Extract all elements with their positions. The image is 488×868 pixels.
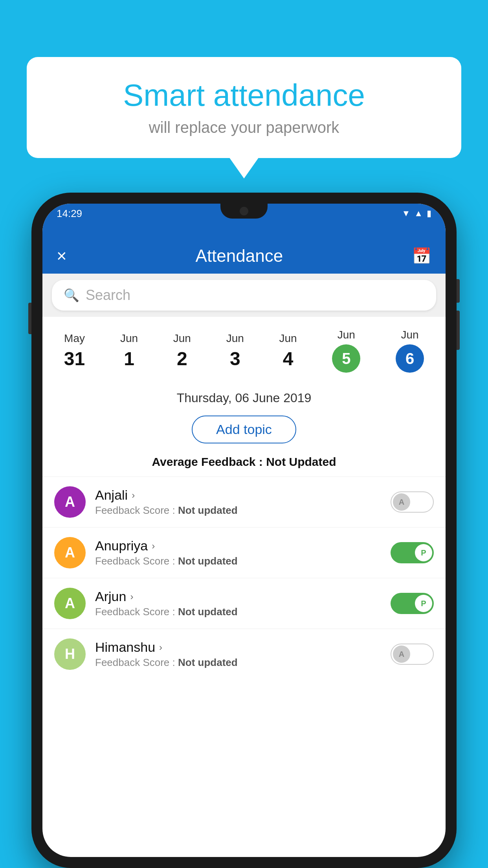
avatar: A — [54, 486, 86, 518]
avg-feedback: Average Feedback : Not Updated — [42, 451, 446, 476]
calendar-icon[interactable]: 📅 — [412, 247, 431, 265]
volume-button — [28, 303, 31, 334]
search-container: 🔍 Search — [42, 274, 446, 317]
speech-bubble: Smart attendance will replace your paper… — [27, 57, 461, 158]
status-icons: ▼ ▲ ▮ — [402, 208, 431, 219]
calendar-day[interactable]: Jun4 — [273, 328, 303, 373]
search-icon: 🔍 — [64, 288, 79, 303]
status-time: 14:29 — [57, 208, 82, 220]
student-info: Arjun ›Feedback Score : Not updated — [95, 589, 381, 618]
toggle-knob: A — [393, 645, 410, 663]
signal-icon: ▲ — [414, 208, 423, 219]
cal-date-label: 5 — [332, 344, 360, 373]
cal-month-label: Jun — [338, 329, 355, 341]
student-info: Anjali ›Feedback Score : Not updated — [95, 487, 381, 517]
calendar-strip: May31Jun1Jun2Jun3Jun4Jun5Jun6 — [42, 317, 446, 384]
calendar-day[interactable]: Jun6 — [389, 325, 430, 377]
attendance-toggle[interactable]: A — [391, 644, 434, 665]
chevron-right-icon: › — [159, 642, 162, 653]
student-name: Himanshu › — [95, 640, 381, 655]
toggle-knob: P — [415, 595, 432, 612]
cal-month-label: Jun — [401, 329, 419, 341]
avatar: A — [54, 588, 86, 619]
student-info: Anupriya ›Feedback Score : Not updated — [95, 538, 381, 567]
avg-feedback-value: Not Updated — [266, 455, 336, 468]
student-feedback: Feedback Score : Not updated — [95, 657, 381, 669]
student-list: AAnjali ›Feedback Score : Not updatedAAA… — [42, 476, 446, 679]
cal-date-label: 31 — [64, 348, 85, 370]
battery-icon: ▮ — [427, 208, 431, 219]
student-feedback: Feedback Score : Not updated — [95, 504, 381, 517]
cal-date-label: 2 — [177, 348, 187, 370]
student-name: Anupriya › — [95, 538, 381, 554]
attendance-toggle[interactable]: A — [391, 491, 434, 513]
phone-notch — [220, 204, 268, 219]
avatar: A — [54, 537, 86, 568]
phone-screen: 14:29 ▼ ▲ ▮ × Attendance 📅 — [42, 204, 446, 857]
chevron-right-icon: › — [130, 591, 133, 602]
app-bar: × Attendance 📅 — [42, 223, 446, 274]
student-name: Anjali › — [95, 487, 381, 503]
student-item[interactable]: HHimanshu ›Feedback Score : Not updatedA — [42, 629, 446, 679]
avg-feedback-label: Average Feedback : — [152, 455, 266, 468]
student-item[interactable]: AAnjali ›Feedback Score : Not updatedA — [42, 476, 446, 527]
student-name: Arjun › — [95, 589, 381, 604]
volume-down-button — [457, 311, 460, 350]
student-item[interactable]: AArjun ›Feedback Score : Not updatedP — [42, 578, 446, 629]
cal-month-label: Jun — [173, 332, 191, 345]
chevron-right-icon: › — [132, 490, 135, 501]
cal-date-label: 3 — [230, 348, 240, 370]
student-feedback: Feedback Score : Not updated — [95, 555, 381, 567]
calendar-day[interactable]: Jun5 — [326, 325, 367, 377]
calendar-day[interactable]: Jun2 — [167, 328, 197, 373]
cal-date-label: 1 — [124, 348, 134, 370]
cal-date-label: 4 — [283, 348, 294, 370]
avatar: H — [54, 638, 86, 670]
toggle-knob: P — [415, 544, 432, 561]
cal-month-label: Jun — [120, 332, 138, 345]
phone-frame: 14:29 ▼ ▲ ▮ × Attendance 📅 — [31, 193, 457, 868]
wifi-icon: ▼ — [402, 208, 410, 219]
app-title: Attendance — [196, 246, 283, 266]
cal-month-label: Jun — [226, 332, 244, 345]
chevron-right-icon: › — [152, 541, 155, 552]
camera — [240, 207, 248, 215]
add-topic-container: Add topic — [42, 412, 446, 451]
bubble-subtitle: will replace your paperwork — [50, 119, 438, 136]
student-feedback: Feedback Score : Not updated — [95, 606, 381, 618]
student-item[interactable]: AAnupriya ›Feedback Score : Not updatedP — [42, 527, 446, 578]
toggle-knob: A — [393, 493, 410, 511]
close-button[interactable]: × — [57, 246, 67, 266]
attendance-toggle[interactable]: P — [391, 542, 434, 563]
cal-month-label: Jun — [279, 332, 297, 345]
attendance-toggle[interactable]: P — [391, 593, 434, 614]
search-bar[interactable]: 🔍 Search — [52, 280, 436, 311]
calendar-day[interactable]: May31 — [58, 328, 91, 373]
calendar-day[interactable]: Jun3 — [220, 328, 250, 373]
add-topic-button[interactable]: Add topic — [192, 416, 296, 443]
cal-date-label: 6 — [396, 344, 424, 373]
power-button — [457, 279, 460, 303]
selected-date: Thursday, 06 June 2019 — [42, 384, 446, 412]
cal-month-label: May — [64, 332, 85, 345]
student-info: Himanshu ›Feedback Score : Not updated — [95, 640, 381, 669]
calendar-day[interactable]: Jun1 — [114, 328, 144, 373]
search-input[interactable]: Search — [86, 287, 130, 303]
bubble-title: Smart attendance — [50, 79, 438, 112]
